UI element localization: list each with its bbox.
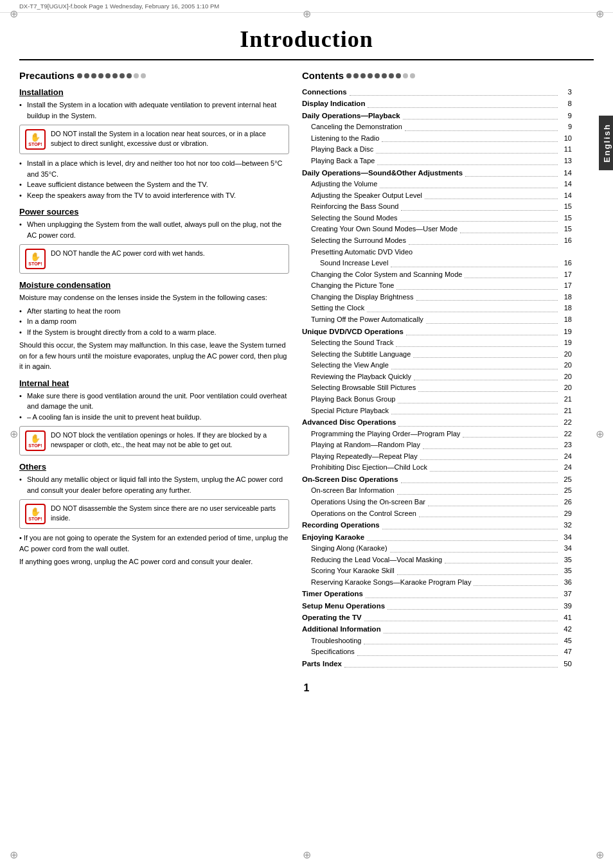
toc-page: 26 <box>560 497 572 508</box>
toc-page: 29 <box>560 508 572 520</box>
toc-entry: Setting the Clock18 <box>302 303 572 314</box>
toc-entry: Changing the Picture Tone17 <box>302 280 572 292</box>
toc-page: 8 <box>560 98 572 109</box>
toc-dots <box>367 312 558 312</box>
toc-dots <box>400 221 558 222</box>
toc-entry: Operations Using the On-screen Bar26 <box>302 497 572 508</box>
list-item: When unplugging the System from the wall… <box>19 219 289 240</box>
toc-title: Selecting the Subtitle Language <box>311 349 411 360</box>
toc-entry: Creating Your Own Sound Modes—User Mode1… <box>302 224 572 235</box>
warning-box-1: ✋ STOP! DO NOT install the System in a l… <box>19 125 289 154</box>
toc-title: Additional Information <box>302 623 381 635</box>
toc-title: Operations Using the On-screen Bar <box>311 497 425 508</box>
toc-dots <box>416 300 558 301</box>
toc-entry: Troubleshooting45 <box>302 635 572 647</box>
stop-icon-2: ✋ STOP! <box>25 249 46 269</box>
toc-page: 18 <box>560 303 572 314</box>
toc-dots <box>376 153 558 154</box>
corner-mark-tr: ⊕ <box>594 8 605 19</box>
toc-title: Operating the TV <box>302 612 362 623</box>
toc-page: 11 <box>560 144 572 155</box>
toc-title: Turning Off the Power Automatically <box>311 314 423 326</box>
toc-title: Display Indication <box>302 98 365 109</box>
toc-dots <box>420 459 558 460</box>
corner-mark-tl: ⊕ <box>8 8 19 19</box>
toc-entry: Playing Back a Tape13 <box>302 155 572 167</box>
toc-entry: Selecting the Subtitle Language20 <box>302 349 572 360</box>
moisture-note: Should this occur, the System may malfun… <box>19 340 289 372</box>
toc-entry: Adjusting the Volume14 <box>302 179 572 190</box>
toc-entry: Changing the Color System and Scanning M… <box>302 269 572 281</box>
toc-page: 22 <box>560 416 572 428</box>
page-number: 1 <box>0 679 613 697</box>
contents-section: Contents Connections3Display Indication8… <box>302 70 572 669</box>
list-item: Leave sufficient distance between the Sy… <box>19 179 289 190</box>
toc-title: Sound Increase Level <box>320 258 388 269</box>
toc-entry: Operating the TV41 <box>302 612 572 623</box>
toc-dots <box>397 494 558 495</box>
toc-title: Selecting Browsable Still Pictures <box>311 382 416 394</box>
toc-title: Reducing the Lead Vocal—Vocal Masking <box>311 554 442 566</box>
toc-page: 14 <box>560 179 572 190</box>
toc-entry: Recording Operations32 <box>302 519 572 531</box>
toc-page: 17 <box>560 280 572 292</box>
others-title: Others <box>19 462 289 472</box>
toc-title: Recording Operations <box>302 519 380 531</box>
toc-dots <box>409 244 558 245</box>
toc-dots <box>460 233 558 233</box>
toc-entry: Canceling the Demonstration9 <box>302 121 572 133</box>
toc-title: Enjoying Karaoke <box>302 531 364 543</box>
toc-page: 47 <box>560 646 572 658</box>
toc-title: Setup Menu Operations <box>302 600 385 612</box>
toc-page: 37 <box>560 588 572 599</box>
toc-entry: Reducing the Lead Vocal—Vocal Masking35 <box>302 554 572 566</box>
toc-dots <box>391 267 558 267</box>
toc-dots <box>391 414 558 414</box>
toc-title: Daily Operations—Sound&Other Adjustments <box>302 167 463 179</box>
toc-title: Playing Back Bonus Group <box>311 394 395 405</box>
toc-entry: Daily Operations—Playback9 <box>302 110 572 121</box>
toc-title: Selecting the View Angle <box>311 360 389 371</box>
others-bullets: Should any metallic object or liquid fal… <box>19 474 289 495</box>
stop-icon-1: ✋ STOP! <box>25 129 46 150</box>
warning-text-2: DO NOT handle the AC power cord with wet… <box>51 249 205 258</box>
toc-entry: Selecting the View Angle20 <box>302 360 572 371</box>
toc-title: Selecting the Surround Modes <box>311 235 406 247</box>
toc-dots <box>413 357 558 358</box>
toc-page: 9 <box>560 110 572 121</box>
toc-entry: Special Picture Playback21 <box>302 405 572 417</box>
toc-page: 50 <box>560 658 572 669</box>
toc-dots <box>377 164 558 165</box>
language-tab: English <box>599 116 613 170</box>
toc-page: 20 <box>560 349 572 360</box>
toc-dots <box>463 437 558 438</box>
toc-dots <box>425 199 558 199</box>
toc-dots <box>390 552 558 553</box>
stop-icon-3: ✋ STOP! <box>25 430 46 451</box>
toc-dots <box>401 210 558 211</box>
toc-title: Creating Your Own Sound Modes—User Mode <box>311 224 458 235</box>
toc-entry: Reviewing the Playback Quickly20 <box>302 371 572 383</box>
toc-dots <box>418 391 558 392</box>
toc-dots <box>367 540 558 541</box>
toc-title: Unique DVD/VCD Operations <box>302 326 404 337</box>
toc-page: 9 <box>560 121 572 133</box>
toc-dots <box>401 483 558 483</box>
toc-entry: Singing Along (Karaoke)34 <box>302 543 572 554</box>
toc-page: 20 <box>560 360 572 371</box>
others-section: Others Should any metallic object or liq… <box>19 462 289 567</box>
toc-dots <box>465 176 558 177</box>
toc-title: Specifications <box>311 646 355 658</box>
toc-page: 19 <box>560 326 572 337</box>
corner-mark-mb: ⊕ <box>301 849 312 860</box>
toc-page: 45 <box>560 635 572 647</box>
toc-page: 3 <box>560 86 572 98</box>
toc-page: 19 <box>560 337 572 349</box>
toc-page: 18 <box>560 292 572 303</box>
toc-dots <box>396 289 558 290</box>
page-title: Introduction <box>58 26 555 53</box>
toc-entry: Setup Menu Operations39 <box>302 600 572 612</box>
toc-page: 15 <box>560 224 572 235</box>
toc-page: 25 <box>560 485 572 497</box>
toc-title: Selecting the Sound Track <box>311 337 393 349</box>
